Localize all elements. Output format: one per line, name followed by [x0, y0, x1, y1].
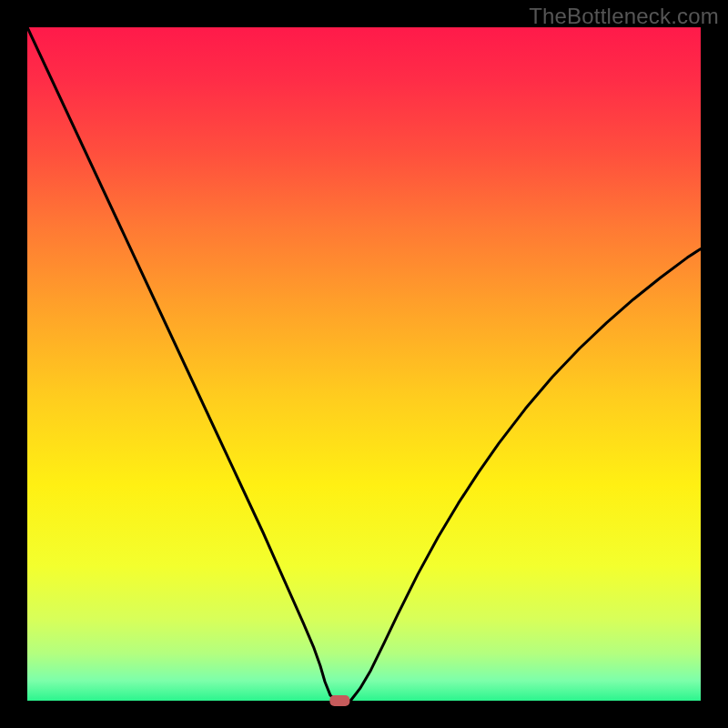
watermark-text: TheBottleneck.com [529, 4, 719, 29]
optimal-point-marker [329, 695, 349, 706]
chart-svg [0, 0, 728, 728]
bottleneck-chart: TheBottleneck.com [0, 0, 728, 728]
plot-area-background [27, 27, 701, 701]
